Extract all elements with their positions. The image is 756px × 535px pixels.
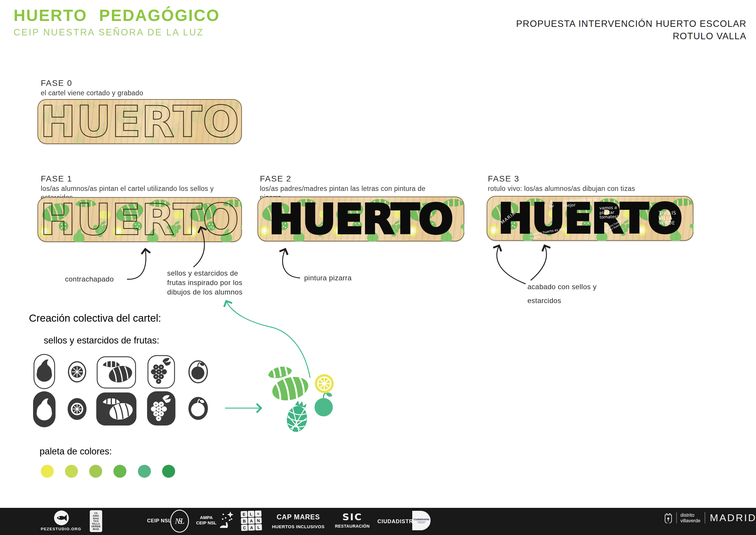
sic-logo: SIC RESTAURACIÓN bbox=[333, 511, 372, 528]
palette-swatch bbox=[41, 465, 54, 478]
bancal-tile: N bbox=[255, 517, 262, 524]
bancal-tile: A bbox=[248, 524, 255, 531]
citrus-slice-stamp-negative-icon bbox=[67, 398, 87, 421]
palette-swatch bbox=[65, 465, 78, 478]
bancal-tile: C bbox=[241, 524, 248, 531]
bancal-tile: L bbox=[255, 524, 262, 531]
palette-swatch bbox=[138, 465, 151, 478]
palette-swatch bbox=[89, 465, 102, 478]
pezestudio-label: PEZESTUDIO.ORG bbox=[41, 527, 81, 531]
madrid-logo-group: distrito villaverde MADRID bbox=[664, 512, 756, 523]
sign-word-outlined: HUERTO bbox=[38, 99, 242, 144]
annotation-arrows bbox=[0, 0, 756, 535]
agronautas-badge-icon: #A GRO NAU TAS VILLA VERDE MAD bbox=[90, 510, 102, 532]
grapes-stamp-negative-icon bbox=[147, 391, 175, 427]
pear-stamp-negative-icon bbox=[33, 391, 55, 429]
fase1-label: FASE 1 bbox=[41, 174, 72, 183]
collective-heading: Creación colectiva del cartel: bbox=[29, 312, 161, 324]
bancal-tile: B bbox=[241, 518, 248, 524]
nsl-monogram-icon: NSL bbox=[170, 510, 189, 533]
ceip-nsl-label: CEIP NSL bbox=[147, 518, 171, 524]
fase3-label: FASE 3 bbox=[488, 174, 520, 183]
agronautas-label: #A GRO NAU TAS VILLA VERDE MAD bbox=[91, 512, 101, 531]
bancal-tile: ≡ bbox=[255, 511, 262, 517]
stamps-label: sellos y estarcidos de frutas: bbox=[44, 335, 159, 346]
annotation-contrachapado: contrachapado bbox=[65, 274, 114, 284]
school-name: CEIP NUESTRA SEÑORA DE LA LUZ bbox=[14, 27, 220, 38]
cap-mares-logo: CAP MARES HUERTOS INCLUSIVOS bbox=[272, 513, 325, 529]
chalk-writing: vamos a plantar tomates!! bbox=[599, 205, 629, 219]
cap-mares-sublabel: HUERTOS INCLUSIVOS bbox=[272, 524, 325, 529]
sic-label: SIC bbox=[333, 511, 372, 522]
sic-sublabel: RESTAURACIÓN bbox=[333, 524, 372, 528]
melon-stamp-negative-icon bbox=[96, 392, 136, 427]
ciudadistrito-logo-icon: CiudaDistrito bbox=[412, 511, 431, 530]
pear-stamp-icon bbox=[33, 353, 55, 391]
project-title-block: HUERTO PEDAGÓGICO CEIP NUESTRA SEÑORA DE… bbox=[14, 6, 220, 38]
ciudadistrito-logo-label: CiudaDistrito bbox=[413, 518, 429, 521]
proposal-title: PROPUESTA INTERVENCIÓN HUERTO ESCOLAR RO… bbox=[516, 18, 746, 42]
madrid-emblem-icon bbox=[664, 513, 672, 523]
sign-board-fase2: HUERTO bbox=[257, 197, 464, 241]
nsl-monogram: NSL bbox=[175, 517, 184, 526]
sign-board-fase3: HUERTO MARIA <3 mi escuela es la mejor v… bbox=[487, 196, 693, 241]
project-title: HUERTO PEDAGÓGICO bbox=[14, 6, 220, 25]
sign-word-outlined: HUERTO bbox=[38, 197, 242, 242]
fase0-desc: el cartel viene cortado y grabado bbox=[41, 89, 230, 98]
annotation-pintura-pizarra: pintura pizarra bbox=[304, 273, 352, 283]
chalk-writing: <3 bbox=[548, 200, 555, 208]
bancal-tile: A bbox=[248, 518, 255, 524]
annotation-sellos: sellos y estarcidos de frutas inspirado … bbox=[167, 268, 259, 297]
ampa-label: AMPA CEIP NSL bbox=[196, 515, 217, 525]
poster-page: HUERTO PEDAGÓGICO CEIP NUESTRA SEÑORA DE… bbox=[0, 0, 756, 535]
palette-swatch bbox=[113, 465, 126, 478]
partners-footer: PEZESTUDIO.ORG #A GRO NAU TAS VILLA VERD… bbox=[0, 508, 756, 535]
cap-mares-label: CAP MARES bbox=[272, 513, 325, 521]
palette-swatch bbox=[162, 465, 175, 478]
chalk-writing: mi escuela es la mejor bbox=[563, 197, 599, 208]
sign-word-chalkboard: HUERTO bbox=[257, 197, 464, 241]
madrid-label: MADRID bbox=[705, 512, 756, 523]
fase3-desc: rotulo vivo: los/as alumnos/as dibujan c… bbox=[488, 184, 671, 193]
palette-label: paleta de colores: bbox=[40, 446, 112, 457]
fase0-label: FASE 0 bbox=[41, 78, 72, 88]
distrito-villaverde-label: distrito villaverde bbox=[676, 512, 701, 523]
sign-board-fase1: HUERTO bbox=[38, 197, 242, 242]
bancal-tile: L bbox=[248, 511, 255, 517]
pezestudio-fish-icon bbox=[54, 510, 69, 525]
magic-wand-stars-icon bbox=[219, 510, 236, 528]
bancal-tile: E bbox=[241, 511, 248, 518]
apple-stamp-negative-icon bbox=[188, 395, 208, 421]
melon-stamp-icon bbox=[96, 356, 136, 390]
citrus-slice-stamp-icon bbox=[67, 361, 87, 384]
grapes-stamp-icon bbox=[147, 355, 175, 390]
apple-stamp-icon bbox=[188, 359, 208, 385]
sign-board-fase0: HUERTO bbox=[38, 99, 242, 144]
chalk-writing: THIS IS VILLA VERDE bbox=[658, 211, 683, 225]
el-bancal-logo: E L ≡ B A N C A L bbox=[241, 511, 262, 531]
fase2-label: FASE 2 bbox=[260, 174, 291, 183]
fruit-cluster-illustration bbox=[264, 364, 338, 436]
annotation-acabado: acabado con sellos y estarcidos bbox=[528, 280, 616, 307]
